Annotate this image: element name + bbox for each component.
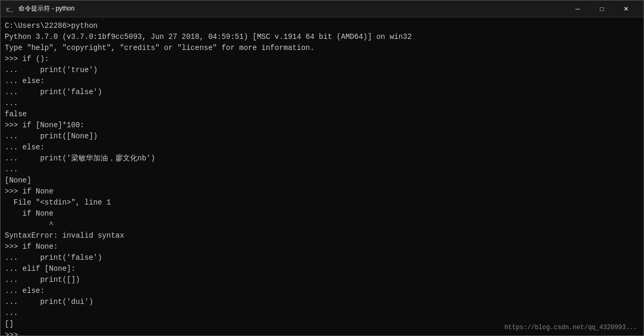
maximize-button[interactable]: □ <box>590 1 614 17</box>
console-output: C:\Users\22286>python Python 3.7.0 (v3.7… <box>5 21 639 335</box>
cmd-icon: C_ <box>6 5 14 13</box>
line-1: C:\Users\22286>python Python 3.7.0 (v3.7… <box>5 22 412 335</box>
window-controls: ─ □ ✕ <box>566 1 638 17</box>
svg-text:C_: C_ <box>6 7 14 13</box>
watermark: https://blog.csdn.net/qq_4320993... <box>504 324 637 331</box>
close-button[interactable]: ✕ <box>614 1 638 17</box>
console-area[interactable]: C:\Users\22286>python Python 3.7.0 (v3.7… <box>1 17 643 335</box>
minimize-button[interactable]: ─ <box>566 1 590 17</box>
window-title: 命令提示符 - python <box>18 4 566 13</box>
title-bar: C_ 命令提示符 - python ─ □ ✕ <box>1 1 643 17</box>
window: C_ 命令提示符 - python ─ □ ✕ C:\Users\22286>p… <box>0 0 644 336</box>
